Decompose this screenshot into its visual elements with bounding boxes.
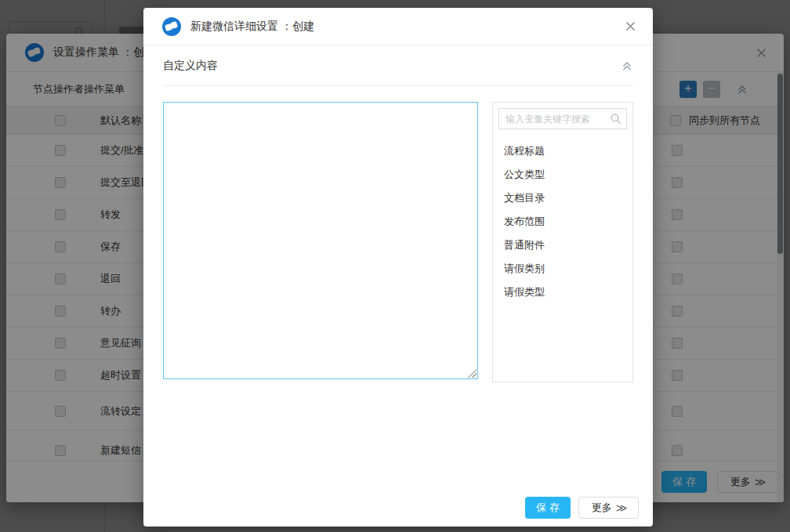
- variable-list: 流程标题 公文类型 文档目录 发布范围 普通附件 请假类别 请假类型: [493, 135, 632, 304]
- dialog-title: 新建微信详细设置 ：创建: [190, 20, 314, 34]
- dialog-header: 新建微信详细设置 ：创建: [143, 8, 653, 45]
- variable-item[interactable]: 公文类型: [504, 163, 632, 186]
- more-button-label: 更多: [592, 501, 612, 515]
- collapse-section-icon[interactable]: [621, 60, 633, 72]
- variable-item[interactable]: 文档目录: [504, 186, 632, 210]
- custom-content-section-header: 自定义内容: [143, 45, 653, 86]
- custom-content-body: 流程标题 公文类型 文档目录 发布范围 普通附件 请假类别 请假类型: [143, 86, 653, 382]
- more-button[interactable]: 更多 ≫: [578, 497, 639, 519]
- search-icon: [610, 113, 621, 125]
- variable-item[interactable]: 请假类别: [504, 257, 632, 280]
- variable-item[interactable]: 发布范围: [504, 210, 632, 233]
- variable-search-input[interactable]: [498, 108, 627, 129]
- section-label: 自定义内容: [163, 59, 218, 73]
- save-button[interactable]: 保存: [525, 497, 571, 519]
- content-editor-wrap: [163, 102, 478, 379]
- double-arrow-right-icon: ≫: [616, 501, 626, 514]
- content-editor[interactable]: [163, 102, 478, 379]
- close-icon[interactable]: [623, 20, 637, 34]
- variable-item[interactable]: 请假类型: [504, 280, 632, 304]
- variable-item[interactable]: 普通附件: [504, 233, 632, 257]
- dialog-footer: 保存 更多 ≫: [143, 489, 653, 527]
- variable-item[interactable]: 流程标题: [504, 139, 632, 163]
- variables-panel: 流程标题 公文类型 文档目录 发布范围 普通附件 请假类别 请假类型: [492, 102, 633, 382]
- variable-search-box: [498, 108, 627, 129]
- dialog-wechat-detail-settings: 新建微信详细设置 ：创建 自定义内容: [143, 8, 653, 527]
- app-logo-icon: [162, 17, 181, 36]
